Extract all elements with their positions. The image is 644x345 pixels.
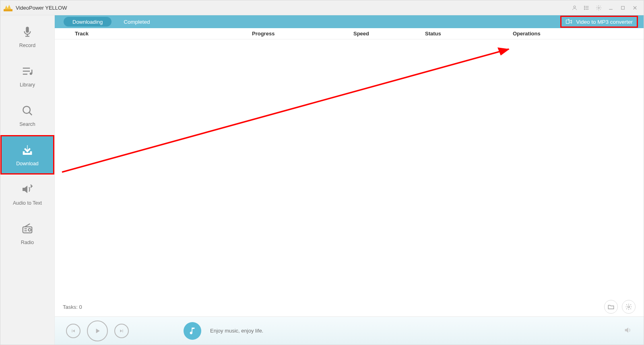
sidebar-item-radio[interactable]: Radio [0, 214, 54, 253]
radio-icon [21, 222, 34, 236]
sidebar-item-label: Library [20, 82, 35, 88]
app-title: VideoPower YELLOW [16, 5, 67, 11]
sidebar-item-label: Audio to Text [13, 200, 42, 206]
col-header-operations[interactable]: Operations [513, 31, 644, 37]
next-track-button[interactable] [114, 324, 129, 338]
annotation-arrow [55, 39, 644, 297]
column-headers: Track Progress Speed Status Operations [55, 28, 644, 39]
svg-point-31 [628, 306, 630, 308]
titlebar: VideoPower YELLOW [0, 0, 644, 15]
convert-icon [566, 18, 573, 25]
app-window: VideoPower YELLOW Record Library [0, 0, 644, 345]
svg-rect-0 [4, 9, 12, 11]
sidebar-item-label: Download [16, 161, 39, 166]
svg-point-5 [584, 6, 584, 6]
svg-point-21 [23, 106, 30, 113]
annotation-highlight-convert: Video to MP3 converter [560, 16, 638, 28]
svg-point-7 [584, 9, 584, 9]
sidebar-item-label: Record [19, 43, 35, 48]
sidebar-item-search[interactable]: Search [0, 96, 54, 135]
col-header-speed[interactable]: Speed [353, 31, 425, 37]
main-panel: Downloading Completed Video to MP3 conve… [55, 15, 644, 345]
account-icon[interactable] [570, 3, 579, 12]
sidebar-item-label: Radio [21, 240, 34, 245]
svg-rect-10 [621, 6, 624, 9]
app-logo-icon [4, 3, 12, 12]
volume-button[interactable] [623, 326, 632, 336]
maximize-button[interactable] [618, 3, 627, 12]
col-header-progress[interactable]: Progress [252, 31, 353, 37]
tasks-count: Tasks: 0 [63, 304, 82, 310]
microphone-icon [21, 25, 34, 39]
col-header-status[interactable]: Status [425, 31, 513, 37]
list-icon[interactable] [582, 3, 591, 12]
download-list-empty [55, 39, 644, 297]
svg-point-1 [574, 6, 576, 8]
main-footer: Tasks: 0 [55, 297, 644, 316]
svg-line-29 [62, 49, 509, 172]
library-icon [21, 64, 34, 78]
tab-label: Completed [124, 19, 150, 25]
settings-button[interactable] [622, 300, 636, 314]
sidebar-item-label: Search [19, 121, 35, 127]
tab-downloading[interactable]: Downloading [64, 17, 111, 27]
sidebar-item-library[interactable]: Library [0, 56, 54, 96]
col-header-track[interactable]: Track [75, 31, 252, 37]
gear-icon[interactable] [594, 3, 603, 12]
tab-completed[interactable]: Completed [124, 19, 150, 25]
minimize-button[interactable] [606, 3, 615, 12]
player-bar: Enjoy music, enjoy life. [55, 316, 644, 345]
search-icon [21, 104, 34, 117]
svg-marker-30 [497, 47, 510, 55]
svg-point-24 [28, 228, 31, 231]
open-folder-button[interactable] [604, 300, 618, 314]
music-note-icon [184, 322, 201, 340]
tab-label: Downloading [72, 19, 103, 25]
sidebar-item-audio-to-text[interactable]: Audio to Text [0, 175, 54, 214]
topbar: Downloading Completed Video to MP3 conve… [55, 15, 644, 28]
prev-track-button[interactable] [66, 324, 80, 338]
svg-point-8 [598, 7, 599, 8]
convert-label: Video to MP3 converter [576, 19, 633, 25]
download-icon [21, 143, 34, 157]
svg-point-6 [584, 7, 584, 8]
sidebar: Record Library Search Download [0, 15, 55, 345]
svg-rect-13 [26, 27, 29, 33]
close-button[interactable] [630, 3, 640, 12]
svg-rect-28 [566, 20, 570, 24]
player-slogan: Enjoy music, enjoy life. [210, 328, 263, 334]
play-button[interactable] [87, 320, 108, 341]
video-to-mp3-button[interactable]: Video to MP3 converter [562, 16, 636, 27]
audio-to-text-icon [21, 183, 34, 196]
svg-line-22 [29, 113, 32, 115]
sidebar-item-record[interactable]: Record [0, 17, 54, 56]
sidebar-item-download[interactable]: Download [0, 135, 54, 175]
